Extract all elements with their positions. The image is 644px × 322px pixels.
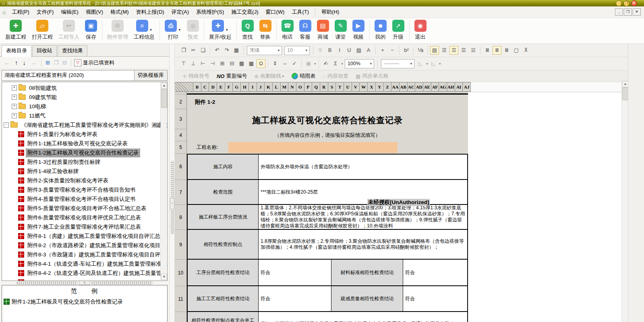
paste-icon[interactable]: ❏: [199, 46, 207, 55]
tree-item[interactable]: 附件6-质量管理标准化项目考评优良工地汇总表: [2, 213, 167, 222]
font-combo[interactable]: 宋体▼: [247, 46, 282, 55]
menu-item-9[interactable]: 窗口(W): [262, 7, 288, 17]
form-label-cell[interactable]: 相符性检查控制点: [188, 230, 259, 259]
horizontal-splitter[interactable]: ∨: [2, 281, 168, 285]
row-header[interactable]: 11: [175, 286, 187, 312]
tree-item[interactable]: 附件2-实体质量控制标准化考评表: [2, 176, 167, 185]
form-label-cell[interactable]: 工序分层相符性检查结论: [188, 260, 259, 285]
align-left-icon[interactable]: ☰: [440, 46, 449, 55]
font-color-icon[interactable]: A: [364, 46, 373, 55]
form-label-cell[interactable]: 相符性检查控制点有无合并工序施工情况: [188, 312, 259, 322]
replace-button[interactable]: ⇆替换: [259, 20, 271, 41]
fraction-icon[interactable]: ⅟a: [416, 46, 425, 55]
dropdown-arrow-icon[interactable]: ▼: [282, 75, 284, 78]
vertical-top-icon[interactable]: Ⅲ: [483, 46, 492, 55]
sync-cells-button[interactable]: ▦同步单元格: [356, 72, 388, 80]
column-header-AC[interactable]: AC: [408, 82, 416, 92]
column-header-I[interactable]: I: [249, 82, 257, 92]
tree-item[interactable]: 附件4-质量管理标准化考评不合格项目认定书: [2, 194, 167, 204]
draw-strikethrough-button[interactable]: ⊕画删除线▼: [254, 72, 284, 80]
phone-button[interactable]: ☎电话: [282, 20, 294, 41]
column-header-AB[interactable]: AB: [400, 82, 408, 92]
example-item[interactable]: 附件1-2施工样板及可视化交底符合性检查记录: [4, 298, 167, 305]
align-right-icon[interactable]: ☰: [459, 46, 468, 55]
project-info-button[interactable]: ≡▼工程信息: [134, 20, 155, 41]
column-header-W[interactable]: W: [360, 82, 368, 92]
filter-icon[interactable]: ▽: [74, 59, 81, 66]
tree-scroll-thumb[interactable]: [161, 89, 167, 108]
menu-item-0[interactable]: 工程(P): [8, 7, 33, 17]
vertical-center-icon[interactable]: Ⅲ: [493, 46, 501, 55]
column-header-T[interactable]: T: [336, 82, 344, 92]
import-project-button[interactable]: ↩工程导入: [58, 20, 79, 41]
tree-item[interactable]: 附件1-质量行为标准化考评表: [2, 130, 167, 139]
copy-icon[interactable]: ❐: [179, 46, 188, 55]
column-header-AJ[interactable]: AJ: [463, 82, 471, 92]
column-header-H[interactable]: H: [241, 82, 249, 92]
superscript-icon[interactable]: b²: [402, 46, 411, 55]
mdi-close-icon[interactable]: ✕: [633, 8, 641, 16]
form-label-cell[interactable]: 施工工艺相符性检查结论: [188, 286, 259, 311]
attachment-manager-button[interactable]: ✇附件管理: [107, 20, 128, 41]
tree-item[interactable]: 附件5-质量管理标准化项目考评不合格工地汇总表: [2, 204, 167, 213]
insert-row-above-icon[interactable]: ⊤: [179, 59, 188, 68]
font-dialog-icon[interactable]: 𝔄: [316, 46, 325, 55]
menu-item-8[interactable]: 施工交底(J): [228, 7, 262, 17]
column-header-B[interactable]: B: [193, 82, 201, 92]
tree-item[interactable]: +09建筑节能: [2, 93, 167, 102]
row-header[interactable]: 5: [175, 141, 187, 154]
tab-表格目录[interactable]: 表格目录: [2, 45, 31, 57]
dropdown-arrow-icon[interactable]: ▼: [341, 62, 344, 65]
form-value-cell[interactable]: 符合: [403, 260, 467, 285]
tree-item[interactable]: 附件7-施工企业质量管理标准化考评结果汇总表: [2, 222, 167, 231]
remove-table-icon[interactable]: ⊟: [61, 60, 68, 66]
row-header[interactable]: 2: [175, 95, 187, 109]
mdi-minimize-icon[interactable]: _: [615, 8, 623, 16]
column-header-O[interactable]: O: [296, 82, 304, 92]
bold-icon[interactable]: B: [325, 46, 334, 55]
underline-icon[interactable]: U: [345, 46, 354, 55]
row-header[interactable]: 3: [175, 109, 187, 129]
column-header-Y[interactable]: Y: [376, 82, 384, 92]
align-justify-icon[interactable]: ☱: [469, 46, 478, 55]
column-header-AE[interactable]: AE: [423, 82, 431, 92]
column-header-K[interactable]: K: [265, 82, 273, 92]
highlight-icon[interactable]: ▨: [354, 46, 363, 55]
menu-item-4[interactable]: 格式(M): [107, 7, 133, 17]
find-button[interactable]: Q查找: [242, 20, 254, 41]
italic-icon[interactable]: I: [335, 46, 344, 55]
dropdown-arrow-icon[interactable]: ▼: [314, 62, 317, 65]
row-header[interactable]: 4: [175, 129, 187, 141]
form-value-cell[interactable]: 1.基层墙体；2.不同墙体交接处钢丝网与墙边每边搭接200；3.喷浆处理；4.1…: [259, 205, 467, 229]
add-table-icon[interactable]: ⊞: [44, 60, 51, 66]
column-header-D[interactable]: D: [209, 82, 217, 92]
classroom-button[interactable]: ✎课堂: [335, 20, 347, 41]
window-restore-icon[interactable]: ❐: [623, 0, 630, 6]
expand-icon[interactable]: +: [12, 104, 17, 109]
align-doc-icon[interactable]: ▤: [430, 46, 439, 55]
copy-table-icon[interactable]: ❐: [53, 60, 60, 66]
new-project-button[interactable]: ✚新建工程: [5, 20, 26, 41]
form-label-cell[interactable]: 材料标准相符性检查结论: [331, 260, 403, 285]
column-header-J[interactable]: J: [257, 82, 265, 92]
collapse-icon[interactable]: -: [4, 122, 9, 128]
menu-item-10[interactable]: 工具(T): [288, 7, 313, 17]
column-header-AA[interactable]: AA: [391, 82, 400, 92]
tree-item[interactable]: 附件1-4竣工验收标牌: [2, 167, 167, 176]
tree-item[interactable]: 附件1-2施工样板及可视化交底符合性检查记录: [2, 148, 167, 157]
column-header-L[interactable]: L: [273, 82, 281, 92]
redo-icon[interactable]: ↷: [222, 46, 231, 55]
column-header-G[interactable]: G: [233, 82, 241, 92]
row-header[interactable]: 9: [175, 230, 187, 260]
shrink-font-icon[interactable]: −: [388, 46, 397, 55]
dropdown-arrow-icon[interactable]: ▼: [439, 62, 441, 65]
menu-item-11[interactable]: 帮助(H): [318, 7, 343, 17]
form-label-cell[interactable]: 施工内容: [188, 155, 259, 179]
align-center-icon[interactable]: ☰: [449, 46, 458, 55]
tree-item[interactable]: 附件8-1（房建）建筑施工质量管理标准化项目自评汇总表: [2, 231, 167, 241]
spell-check-icon[interactable]: ✓: [290, 59, 299, 68]
doc-scroll-thumb[interactable]: [622, 87, 628, 100]
tree-item[interactable]: 附件8-3（市政隧道）建筑施工质量管理标准化项目自评汇: [2, 250, 167, 259]
column-header-R[interactable]: R: [320, 82, 328, 92]
tree-item[interactable]: +10电梯: [2, 102, 167, 111]
